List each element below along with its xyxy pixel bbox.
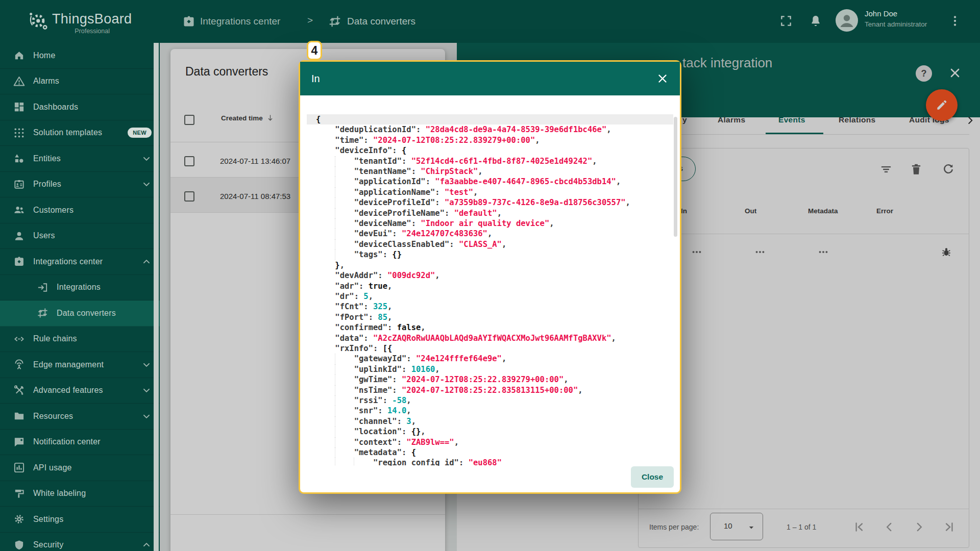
sidebar-item-customers[interactable]: Customers	[0, 197, 160, 223]
bell-icon[interactable]	[809, 14, 822, 28]
users-icon	[13, 230, 25, 242]
solution-templates-icon	[13, 127, 25, 139]
code-line: "fCnt": 325,	[307, 302, 673, 312]
sidebar-item-dashboards[interactable]: Dashboards	[0, 94, 160, 120]
integrations-center-icon	[182, 15, 195, 28]
code-line: "context": "ZAB9lw==",	[307, 437, 673, 447]
sidebar-item-advanced-features[interactable]: Advanced features	[0, 378, 160, 404]
close-icon[interactable]	[656, 72, 669, 85]
breadcrumb-integrations-center[interactable]: Integrations center	[200, 16, 280, 27]
code-line: "tenantId": "52f14cd4-c6f1-4fbd-8f87-402…	[307, 156, 673, 166]
code-line: "deviceProfileId": "a7359b89-737c-4126-8…	[307, 197, 673, 208]
code-line: "devAddr": "009dc92d",	[307, 270, 673, 281]
logo-subtitle: Professional	[52, 28, 110, 35]
home-icon	[13, 49, 25, 61]
top-bar: ThingsBoard Professional Integrations ce…	[0, 0, 980, 43]
sidebar-item-label: Advanced features	[33, 386, 103, 395]
code-line: "rssi": -58,	[307, 395, 673, 406]
code-line: "adr": true,	[307, 281, 673, 291]
code-line: "data": "A2cZAQRoRwUAAQbLAQd9aAYIfWQACXM…	[307, 333, 673, 343]
sidebar-item-label: Edge management	[33, 360, 104, 369]
sidebar-item-label: Entities	[33, 154, 61, 163]
dialog-scrollbar[interactable]	[674, 117, 677, 237]
sidebar-item-label: Resources	[33, 412, 73, 421]
sidebar-item-label: Dashboards	[33, 103, 78, 112]
app-root: ThingsBoard Professional Integrations ce…	[0, 0, 980, 551]
fullscreen-icon[interactable]	[779, 14, 793, 28]
breadcrumb-data-converters[interactable]: Data converters	[347, 16, 415, 27]
rule-chains-icon	[13, 333, 25, 345]
json-code-viewer[interactable]: { "deduplicationId": "28da4cd8-de9a-4a74…	[307, 114, 673, 466]
breadcrumb-separator: >	[307, 15, 313, 26]
sidebar-item-resources[interactable]: Resources	[0, 404, 160, 430]
data-converters-icon	[328, 15, 341, 28]
user-role: Tenant administrator	[865, 20, 927, 28]
in-dialog: In { "deduplicationId": "28da4cd8-de9a-4…	[299, 60, 681, 494]
sidebar-item-edge-management[interactable]: Edge management	[0, 352, 160, 378]
chevron-down-icon	[141, 385, 152, 395]
code-line: "devEui": "24e124707c483636",	[307, 229, 673, 239]
dialog-header: In	[300, 62, 680, 95]
settings-icon	[13, 513, 25, 525]
code-line: "rxInfo": [{	[307, 343, 673, 354]
chevron-down-icon	[141, 179, 152, 189]
white-labeling-icon	[13, 488, 25, 499]
sidebar-item-label: Customers	[33, 206, 74, 215]
sidebar-item-alarms[interactable]: Alarms	[0, 69, 160, 95]
sidebar-item-solution-templates[interactable]: Solution templatesNEW	[0, 120, 160, 146]
chevron-down-icon	[141, 154, 152, 164]
chevron-up-icon	[141, 540, 152, 550]
code-line: "applicationId": "fa3aabbe-e407-4647-896…	[307, 177, 673, 187]
code-line: "channel": 3,	[307, 416, 673, 427]
logo-title: ThingsBoard	[52, 11, 132, 27]
profiles-icon	[13, 179, 25, 190]
sidebar-item-rule-chains[interactable]: Rule chains	[0, 327, 160, 353]
sidebar-item-users[interactable]: Users	[0, 223, 160, 249]
annotation-marker-4: 4	[307, 41, 322, 60]
sidebar-item-integrations[interactable]: Integrations	[0, 275, 160, 301]
sidebar-item-data-converters[interactable]: Data converters	[0, 300, 160, 327]
sidebar-item-notification-center[interactable]: Notification center	[0, 430, 160, 456]
sidebar-item-label: Notification center	[33, 437, 101, 446]
code-line: "region_config_id": "eu868"	[307, 458, 673, 466]
code-line: "confirmed": false,	[307, 322, 673, 333]
code-line: "location": {},	[307, 427, 673, 437]
new-badge: NEW	[128, 128, 152, 138]
sidebar-item-profiles[interactable]: Profiles	[0, 172, 160, 198]
api-usage-icon	[13, 462, 25, 473]
sidebar-item-label: Users	[33, 231, 55, 240]
sidebar-item-label: Integrations center	[33, 257, 103, 266]
code-line: "fPort": 85,	[307, 312, 673, 322]
sidebar-item-label: Security	[33, 540, 63, 549]
sidebar-item-security[interactable]: Security	[0, 533, 160, 551]
code-line: "applicationName": "test",	[307, 187, 673, 197]
dialog-title: In	[311, 73, 320, 85]
integrations-icon	[37, 282, 48, 293]
sidebar-item-home[interactable]: Home	[0, 43, 160, 69]
code-line: "deviceInfo": {	[307, 145, 673, 156]
code-line: "dr": 5,	[307, 291, 673, 302]
sidebar-item-label: Profiles	[33, 180, 61, 189]
dots-vertical-icon[interactable]	[948, 14, 962, 28]
resources-icon	[13, 410, 25, 422]
thingsboard-logo-icon	[28, 10, 48, 31]
sidebar-item-label: Home	[33, 51, 55, 60]
code-line: "time": "2024-07-12T08:25:22.839279+00:0…	[307, 135, 673, 145]
avatar[interactable]	[836, 9, 858, 32]
sidebar-item-api-usage[interactable]: API usage	[0, 455, 160, 481]
code-line: "gatewayId": "24e124fffef64e9e",	[307, 354, 673, 364]
integrations-center-icon	[13, 256, 25, 267]
sidebar-item-integrations-center[interactable]: Integrations center	[0, 249, 160, 275]
chevron-down-icon	[141, 360, 152, 370]
sidebar-item-settings[interactable]: Settings	[0, 507, 160, 533]
code-line: "deviceProfileName": "default",	[307, 208, 673, 218]
sidebar-item-white-labeling[interactable]: White labeling	[0, 481, 160, 507]
entities-icon	[13, 153, 25, 164]
close-button[interactable]: Close	[631, 466, 674, 488]
sidebar-item-entities[interactable]: Entities	[0, 146, 160, 172]
code-line: "tenantName": "ChirpStack",	[307, 166, 673, 177]
alarms-icon	[13, 76, 25, 87]
sidebar-scrollbar[interactable]	[154, 43, 159, 551]
advanced-features-icon	[13, 385, 25, 396]
sidebar-item-label: Solution templates	[33, 128, 102, 137]
